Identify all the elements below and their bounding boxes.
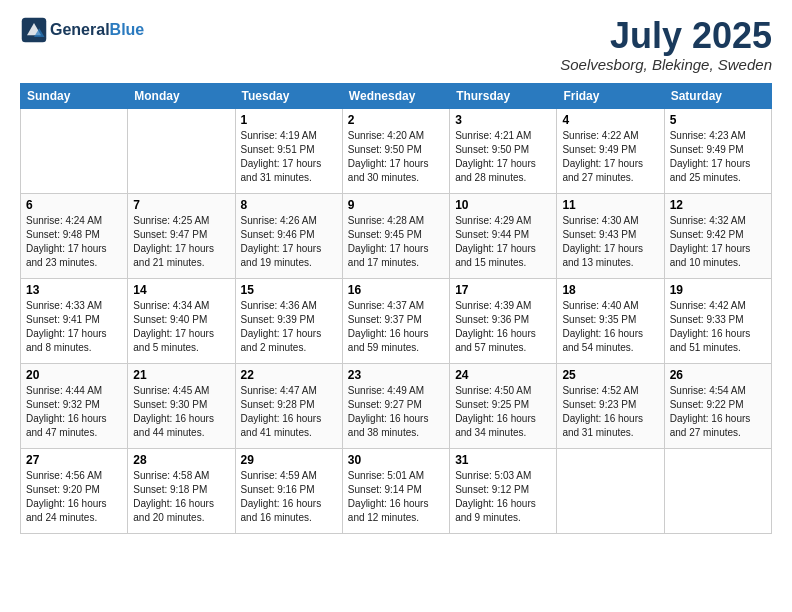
col-sunday: Sunday <box>21 83 128 108</box>
col-monday: Monday <box>128 83 235 108</box>
day-info: Sunrise: 4:22 AMSunset: 9:49 PMDaylight:… <box>562 129 658 185</box>
day-number: 17 <box>455 283 551 297</box>
day-number: 14 <box>133 283 229 297</box>
col-wednesday: Wednesday <box>342 83 449 108</box>
day-number: 20 <box>26 368 122 382</box>
table-row: 7Sunrise: 4:25 AMSunset: 9:47 PMDaylight… <box>128 193 235 278</box>
table-row: 18Sunrise: 4:40 AMSunset: 9:35 PMDayligh… <box>557 278 664 363</box>
logo-blue: Blue <box>110 21 145 39</box>
day-number: 2 <box>348 113 444 127</box>
calendar-week-row: 1Sunrise: 4:19 AMSunset: 9:51 PMDaylight… <box>21 108 772 193</box>
day-info: Sunrise: 4:25 AMSunset: 9:47 PMDaylight:… <box>133 214 229 270</box>
table-row <box>664 448 771 533</box>
table-row: 3Sunrise: 4:21 AMSunset: 9:50 PMDaylight… <box>450 108 557 193</box>
day-number: 3 <box>455 113 551 127</box>
day-info: Sunrise: 4:54 AMSunset: 9:22 PMDaylight:… <box>670 384 766 440</box>
calendar-header-row: Sunday Monday Tuesday Wednesday Thursday… <box>21 83 772 108</box>
table-row: 4Sunrise: 4:22 AMSunset: 9:49 PMDaylight… <box>557 108 664 193</box>
calendar-week-row: 6Sunrise: 4:24 AMSunset: 9:48 PMDaylight… <box>21 193 772 278</box>
day-number: 11 <box>562 198 658 212</box>
calendar-week-row: 13Sunrise: 4:33 AMSunset: 9:41 PMDayligh… <box>21 278 772 363</box>
day-number: 8 <box>241 198 337 212</box>
day-info: Sunrise: 4:56 AMSunset: 9:20 PMDaylight:… <box>26 469 122 525</box>
table-row: 8Sunrise: 4:26 AMSunset: 9:46 PMDaylight… <box>235 193 342 278</box>
day-info: Sunrise: 4:52 AMSunset: 9:23 PMDaylight:… <box>562 384 658 440</box>
day-info: Sunrise: 4:29 AMSunset: 9:44 PMDaylight:… <box>455 214 551 270</box>
day-number: 19 <box>670 283 766 297</box>
table-row: 6Sunrise: 4:24 AMSunset: 9:48 PMDaylight… <box>21 193 128 278</box>
day-info: Sunrise: 4:19 AMSunset: 9:51 PMDaylight:… <box>241 129 337 185</box>
table-row: 2Sunrise: 4:20 AMSunset: 9:50 PMDaylight… <box>342 108 449 193</box>
table-row: 29Sunrise: 4:59 AMSunset: 9:16 PMDayligh… <box>235 448 342 533</box>
calendar-week-row: 20Sunrise: 4:44 AMSunset: 9:32 PMDayligh… <box>21 363 772 448</box>
day-info: Sunrise: 4:37 AMSunset: 9:37 PMDaylight:… <box>348 299 444 355</box>
day-number: 5 <box>670 113 766 127</box>
calendar-table: Sunday Monday Tuesday Wednesday Thursday… <box>20 83 772 534</box>
day-number: 27 <box>26 453 122 467</box>
table-row: 25Sunrise: 4:52 AMSunset: 9:23 PMDayligh… <box>557 363 664 448</box>
table-row: 26Sunrise: 4:54 AMSunset: 9:22 PMDayligh… <box>664 363 771 448</box>
table-row: 10Sunrise: 4:29 AMSunset: 9:44 PMDayligh… <box>450 193 557 278</box>
day-info: Sunrise: 4:23 AMSunset: 9:49 PMDaylight:… <box>670 129 766 185</box>
day-info: Sunrise: 4:24 AMSunset: 9:48 PMDaylight:… <box>26 214 122 270</box>
day-number: 28 <box>133 453 229 467</box>
table-row: 30Sunrise: 5:01 AMSunset: 9:14 PMDayligh… <box>342 448 449 533</box>
day-info: Sunrise: 4:40 AMSunset: 9:35 PMDaylight:… <box>562 299 658 355</box>
day-info: Sunrise: 4:58 AMSunset: 9:18 PMDaylight:… <box>133 469 229 525</box>
col-saturday: Saturday <box>664 83 771 108</box>
day-info: Sunrise: 4:26 AMSunset: 9:46 PMDaylight:… <box>241 214 337 270</box>
day-number: 6 <box>26 198 122 212</box>
table-row: 15Sunrise: 4:36 AMSunset: 9:39 PMDayligh… <box>235 278 342 363</box>
day-info: Sunrise: 4:59 AMSunset: 9:16 PMDaylight:… <box>241 469 337 525</box>
day-info: Sunrise: 5:03 AMSunset: 9:12 PMDaylight:… <box>455 469 551 525</box>
table-row: 13Sunrise: 4:33 AMSunset: 9:41 PMDayligh… <box>21 278 128 363</box>
day-number: 4 <box>562 113 658 127</box>
day-number: 31 <box>455 453 551 467</box>
table-row <box>21 108 128 193</box>
day-number: 13 <box>26 283 122 297</box>
day-info: Sunrise: 4:42 AMSunset: 9:33 PMDaylight:… <box>670 299 766 355</box>
day-info: Sunrise: 4:44 AMSunset: 9:32 PMDaylight:… <box>26 384 122 440</box>
table-row: 23Sunrise: 4:49 AMSunset: 9:27 PMDayligh… <box>342 363 449 448</box>
table-row: 17Sunrise: 4:39 AMSunset: 9:36 PMDayligh… <box>450 278 557 363</box>
table-row <box>557 448 664 533</box>
day-number: 1 <box>241 113 337 127</box>
day-info: Sunrise: 4:28 AMSunset: 9:45 PMDaylight:… <box>348 214 444 270</box>
table-row: 24Sunrise: 4:50 AMSunset: 9:25 PMDayligh… <box>450 363 557 448</box>
table-row: 28Sunrise: 4:58 AMSunset: 9:18 PMDayligh… <box>128 448 235 533</box>
logo-general: General <box>50 21 110 39</box>
day-info: Sunrise: 4:33 AMSunset: 9:41 PMDaylight:… <box>26 299 122 355</box>
day-info: Sunrise: 5:01 AMSunset: 9:14 PMDaylight:… <box>348 469 444 525</box>
col-thursday: Thursday <box>450 83 557 108</box>
col-friday: Friday <box>557 83 664 108</box>
day-number: 7 <box>133 198 229 212</box>
table-row: 5Sunrise: 4:23 AMSunset: 9:49 PMDaylight… <box>664 108 771 193</box>
day-number: 25 <box>562 368 658 382</box>
table-row <box>128 108 235 193</box>
day-info: Sunrise: 4:21 AMSunset: 9:50 PMDaylight:… <box>455 129 551 185</box>
table-row: 31Sunrise: 5:03 AMSunset: 9:12 PMDayligh… <box>450 448 557 533</box>
table-row: 21Sunrise: 4:45 AMSunset: 9:30 PMDayligh… <box>128 363 235 448</box>
table-row: 11Sunrise: 4:30 AMSunset: 9:43 PMDayligh… <box>557 193 664 278</box>
table-row: 19Sunrise: 4:42 AMSunset: 9:33 PMDayligh… <box>664 278 771 363</box>
day-number: 16 <box>348 283 444 297</box>
table-row: 22Sunrise: 4:47 AMSunset: 9:28 PMDayligh… <box>235 363 342 448</box>
logo: General Blue <box>20 16 144 44</box>
day-number: 21 <box>133 368 229 382</box>
day-info: Sunrise: 4:36 AMSunset: 9:39 PMDaylight:… <box>241 299 337 355</box>
day-number: 9 <box>348 198 444 212</box>
day-info: Sunrise: 4:45 AMSunset: 9:30 PMDaylight:… <box>133 384 229 440</box>
table-row: 14Sunrise: 4:34 AMSunset: 9:40 PMDayligh… <box>128 278 235 363</box>
table-row: 1Sunrise: 4:19 AMSunset: 9:51 PMDaylight… <box>235 108 342 193</box>
table-row: 20Sunrise: 4:44 AMSunset: 9:32 PMDayligh… <box>21 363 128 448</box>
day-info: Sunrise: 4:50 AMSunset: 9:25 PMDaylight:… <box>455 384 551 440</box>
day-number: 26 <box>670 368 766 382</box>
day-number: 23 <box>348 368 444 382</box>
calendar-week-row: 27Sunrise: 4:56 AMSunset: 9:20 PMDayligh… <box>21 448 772 533</box>
day-info: Sunrise: 4:32 AMSunset: 9:42 PMDaylight:… <box>670 214 766 270</box>
title-block: July 2025 Soelvesborg, Blekinge, Sweden <box>560 16 772 73</box>
table-row: 12Sunrise: 4:32 AMSunset: 9:42 PMDayligh… <box>664 193 771 278</box>
day-number: 22 <box>241 368 337 382</box>
day-number: 12 <box>670 198 766 212</box>
calendar-title: July 2025 <box>560 16 772 56</box>
